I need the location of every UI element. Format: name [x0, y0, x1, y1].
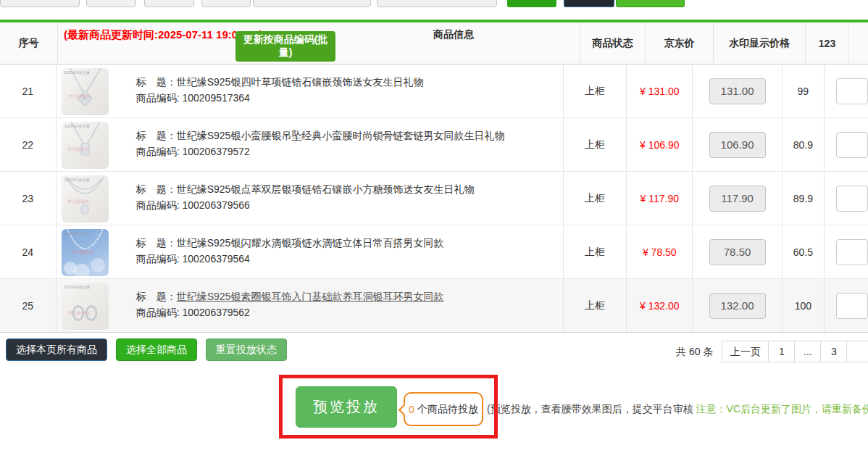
col-123-value: 60.5 [783, 225, 825, 278]
pending-count-suffix: 个商品待投放 [417, 403, 478, 416]
row-product-info: SJONG世纪缘 世纪缘银饰 标 题：世纪缘S925银素圈银耳饰入门基础款养耳洞… [57, 279, 564, 332]
header-info-label: 商品信息 [433, 28, 474, 41]
extra-input[interactable] [836, 186, 868, 212]
page-button-1[interactable]: 1 [769, 341, 795, 362]
product-code: 100206379572 [182, 146, 249, 157]
product-thumbnail: SJONG世纪缘 世纪缘银饰 [62, 175, 109, 223]
product-code: 100206379564 [182, 253, 249, 265]
filter-input-4[interactable] [201, 0, 251, 7]
table-row: 24 SJONG世纪缘 世纪缘银饰 标 题：世纪缘S925银闪耀水滴银项链水滴链… [0, 225, 868, 279]
filter-input-5[interactable] [253, 0, 371, 7]
toolbar-green-button-1[interactable] [507, 0, 556, 7]
select-page-button[interactable]: 选择本页所有商品 [6, 338, 107, 361]
filter-input-2[interactable] [86, 0, 136, 7]
product-status: 上柜 [564, 65, 627, 117]
col-123-value: 80.9 [783, 118, 825, 171]
jd-price: ¥ 132.00 [627, 279, 693, 332]
col-123-value: 100 [783, 279, 825, 332]
watermark-price-input[interactable] [709, 293, 766, 319]
watermark-price-input[interactable] [709, 186, 766, 212]
header-seq: 序号 [0, 22, 58, 64]
product-code-line: 商品编码: 100206379566 [136, 197, 475, 213]
select-all-button[interactable]: 选择全部商品 [116, 338, 197, 361]
row-seq: 21 [0, 65, 57, 117]
update-by-sku-button[interactable]: 更新按商品编码(批量) [235, 31, 335, 62]
product-code: 100209517364 [182, 92, 249, 104]
total-count: 共 60 条 [676, 341, 713, 362]
product-code-line: 商品编码: 100209517364 [136, 90, 424, 106]
svg-text:世纪缘银饰: 世纪缘银饰 [67, 199, 89, 204]
svg-text:世纪缘银饰: 世纪缘银饰 [69, 93, 91, 99]
extra-input[interactable] [836, 132, 868, 158]
header-watermark-price: 水印显示价格 [714, 22, 806, 64]
brand-watermark: SJONG世纪缘 [64, 70, 90, 75]
table-row: 23 SJONG世纪缘 世纪缘银饰 标 题：世纪缘S925银点萃双层银项链锆石镶… [0, 172, 868, 225]
watermark-price-input[interactable] [709, 239, 766, 265]
product-code-line: 商品编码: 100206379562 [136, 304, 444, 320]
pending-count-bubble: 0 个商品待投放 [404, 392, 483, 426]
jd-price: ¥ 106.90 [627, 118, 693, 171]
jd-price: ¥ 117.90 [627, 172, 693, 225]
prev-page-button[interactable]: 上一页 [722, 341, 769, 362]
extra-input[interactable] [836, 293, 868, 319]
toolbar-green-button-2[interactable] [616, 0, 685, 7]
jd-price: ¥ 78.50 [627, 225, 693, 278]
header-123: 123 [806, 22, 849, 64]
toolbar-dark-button[interactable] [564, 0, 614, 7]
header-jd-price: 京东价 [646, 22, 714, 64]
reset-status-button[interactable]: 重置投放状态 [206, 338, 287, 361]
brand-watermark: SJONG世纪缘 [64, 178, 90, 182]
page-ellipsis[interactable]: ... [795, 341, 821, 362]
product-title-line: 标 题：世纪缘S925银素圈银耳饰入门基础款养耳洞银耳环男女同款 [136, 288, 444, 304]
pagination: 共 60 条 上一页 1...3 [676, 341, 868, 362]
row-product-info: SJONG世纪缘 世纪缘银饰 标 题：世纪缘S925银闪耀水滴银项链水滴链立体日… [57, 225, 564, 278]
preview-note: (预览投放，查看腰带效果图后，提交平台审核 注意：VC后台更新了图片，请重新备份 [487, 403, 868, 416]
row-seq: 23 [0, 172, 57, 225]
product-title-line: 标 题：世纪缘S925银点萃双层银项链锆石镶嵌小方糖颈饰送女友生日礼物 [136, 181, 475, 197]
filter-input-3[interactable] [144, 0, 194, 7]
watermark-price-input[interactable] [709, 78, 766, 104]
table-row: 22 SJONG世纪缘 世纪缘银饰 标 题：世纪缘S925银小蛮腰银吊坠经典小蛮… [0, 118, 868, 172]
row-product-info: SJONG世纪缘 世纪缘银饰 标 题：世纪缘S925银四叶草项链锆石镶嵌颈饰送女… [57, 65, 564, 117]
filter-input-1[interactable] [0, 0, 80, 7]
product-status: 上柜 [564, 172, 627, 225]
table-body: 21 SJONG世纪缘 世纪缘银饰 标 题：世纪缘S925银四叶草项链锆石镶嵌颈… [0, 65, 868, 333]
product-code: 100206379566 [182, 199, 249, 211]
extra-input[interactable] [836, 239, 868, 265]
filter-input-6[interactable] [377, 0, 497, 7]
product-title: 世纪缘S925银闪耀水滴银项链水滴链立体日常百搭男女同款 [177, 237, 444, 249]
product-title: 世纪缘S925银四叶草项链锆石镶嵌颈饰送女友生日礼物 [177, 76, 424, 88]
jd-price: ¥ 131.00 [627, 65, 693, 117]
brand-watermark: SJONG世纪缘 [64, 231, 90, 236]
top-toolbar [0, 0, 868, 20]
product-thumbnail: SJONG世纪缘 世纪缘银饰 [62, 283, 109, 330]
product-title: 世纪缘S925银点萃双层银项链锆石镶嵌小方糖颈饰送女友生日礼物 [177, 183, 475, 195]
svg-text:世纪缘银饰: 世纪缘银饰 [72, 249, 93, 254]
row-seq: 24 [0, 225, 57, 278]
svg-text:世纪缘银饰: 世纪缘银饰 [68, 310, 90, 315]
product-table: 序号 (最新商品更新时间:2025-07-11 19:03:17) 更新按商品编… [0, 22, 868, 333]
header-extra [849, 22, 868, 64]
table-row: 25 SJONG世纪缘 世纪缘银饰 标 题：世纪缘S925银素圈银耳饰入门基础款… [0, 279, 868, 333]
pending-count: 0 [409, 404, 414, 415]
watermark-price-input[interactable] [709, 132, 766, 158]
product-thumbnail: SJONG世纪缘 世纪缘银饰 [62, 68, 109, 115]
page-button-3[interactable]: 3 [821, 341, 847, 362]
extra-input[interactable] [836, 78, 868, 104]
row-seq: 25 [0, 279, 57, 332]
brand-watermark: SJONG世纪缘 [64, 285, 90, 289]
product-code: 100206379562 [182, 307, 249, 318]
preview-launch-button[interactable]: 预览投放 [296, 386, 397, 428]
col-123-value: 99 [783, 65, 825, 117]
product-code-line: 商品编码: 100206379564 [136, 251, 444, 267]
header-status: 商品状态 [580, 22, 646, 64]
table-header: 序号 (最新商品更新时间:2025-07-11 19:03:17) 更新按商品编… [0, 22, 868, 65]
svg-text:世纪缘银饰: 世纪缘银饰 [67, 146, 89, 151]
brand-watermark: SJONG世纪缘 [64, 124, 90, 128]
page-button-partial[interactable] [847, 341, 868, 362]
product-title[interactable]: 世纪缘S925银素圈银耳饰入门基础款养耳洞银耳环男女同款 [177, 291, 444, 302]
product-title-line: 标 题：世纪缘S925银四叶草项链锆石镶嵌颈饰送女友生日礼物 [136, 74, 424, 90]
preview-note-text: (预览投放，查看腰带效果图后，提交平台审核 [487, 403, 696, 415]
product-status: 上柜 [564, 279, 627, 332]
col-123-value: 89.9 [783, 172, 825, 225]
